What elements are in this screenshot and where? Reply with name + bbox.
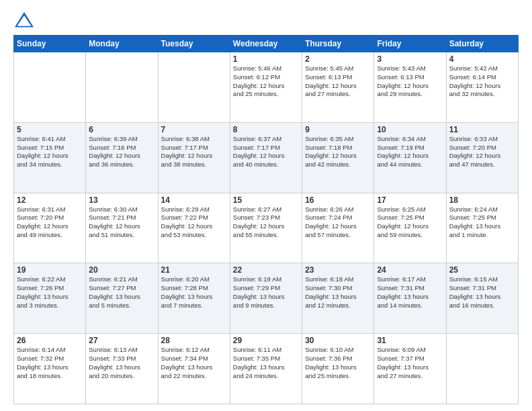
day-info: Sunrise: 6:19 AM Sunset: 7:29 PM Dayligh… xyxy=(233,275,299,310)
day-number: 6 xyxy=(89,125,154,134)
day-info: Sunrise: 5:42 AM Sunset: 6:14 PM Dayligh… xyxy=(449,64,515,99)
day-number: 13 xyxy=(89,195,154,205)
table-row: 9Sunrise: 6:35 AM Sunset: 7:18 PM Daylig… xyxy=(302,122,374,193)
day-number: 4 xyxy=(449,54,515,64)
calendar-header-row: Sunday Monday Tuesday Wednesday Thursday… xyxy=(14,36,519,52)
table-row: 14Sunrise: 6:29 AM Sunset: 7:22 PM Dayli… xyxy=(158,193,230,263)
table-row xyxy=(86,52,158,123)
calendar-week-row: 19Sunrise: 6:22 AM Sunset: 7:26 PM Dayli… xyxy=(14,263,519,334)
day-info: Sunrise: 6:13 AM Sunset: 7:33 PM Dayligh… xyxy=(89,346,154,380)
day-number: 25 xyxy=(449,265,515,275)
day-number: 14 xyxy=(161,195,227,205)
table-row: 16Sunrise: 6:26 AM Sunset: 7:24 PM Dayli… xyxy=(302,193,374,263)
table-row: 6Sunrise: 6:39 AM Sunset: 7:16 PM Daylig… xyxy=(86,122,158,193)
day-number: 21 xyxy=(161,265,227,275)
col-saturday: Saturday xyxy=(446,36,518,52)
day-info: Sunrise: 6:24 AM Sunset: 7:25 PM Dayligh… xyxy=(449,205,515,240)
calendar-table: Sunday Monday Tuesday Wednesday Thursday… xyxy=(13,35,519,404)
table-row: 3Sunrise: 5:43 AM Sunset: 6:13 PM Daylig… xyxy=(374,52,446,123)
table-row: 15Sunrise: 6:27 AM Sunset: 7:23 PM Dayli… xyxy=(230,193,302,263)
day-number: 27 xyxy=(89,336,154,345)
day-info: Sunrise: 6:30 AM Sunset: 7:21 PM Dayligh… xyxy=(89,205,154,240)
day-number: 9 xyxy=(305,125,371,134)
day-info: Sunrise: 5:45 AM Sunset: 6:13 PM Dayligh… xyxy=(305,64,371,99)
col-thursday: Thursday xyxy=(302,36,374,52)
day-number: 11 xyxy=(449,125,515,134)
calendar-week-row: 12Sunrise: 6:31 AM Sunset: 7:20 PM Dayli… xyxy=(14,193,519,263)
day-info: Sunrise: 6:12 AM Sunset: 7:34 PM Dayligh… xyxy=(161,346,227,380)
table-row: 26Sunrise: 6:14 AM Sunset: 7:32 PM Dayli… xyxy=(14,334,86,404)
table-row: 27Sunrise: 6:13 AM Sunset: 7:33 PM Dayli… xyxy=(86,334,158,404)
day-number: 31 xyxy=(377,336,443,345)
day-number: 28 xyxy=(161,336,227,345)
day-info: Sunrise: 6:26 AM Sunset: 7:24 PM Dayligh… xyxy=(305,205,371,240)
day-info: Sunrise: 6:14 AM Sunset: 7:32 PM Dayligh… xyxy=(17,346,83,380)
day-number: 24 xyxy=(377,265,443,275)
table-row: 18Sunrise: 6:24 AM Sunset: 7:25 PM Dayli… xyxy=(446,193,518,263)
day-info: Sunrise: 6:31 AM Sunset: 7:20 PM Dayligh… xyxy=(17,205,83,240)
table-row: 25Sunrise: 6:15 AM Sunset: 7:31 PM Dayli… xyxy=(446,263,518,334)
day-number: 17 xyxy=(377,195,443,205)
table-row: 1Sunrise: 5:46 AM Sunset: 6:12 PM Daylig… xyxy=(230,52,302,123)
day-info: Sunrise: 5:43 AM Sunset: 6:13 PM Dayligh… xyxy=(377,64,443,99)
table-row: 30Sunrise: 6:10 AM Sunset: 7:36 PM Dayli… xyxy=(302,334,374,404)
day-info: Sunrise: 6:18 AM Sunset: 7:30 PM Dayligh… xyxy=(305,275,371,310)
table-row: 10Sunrise: 6:34 AM Sunset: 7:19 PM Dayli… xyxy=(374,122,446,193)
day-number: 19 xyxy=(17,265,83,275)
day-info: Sunrise: 6:10 AM Sunset: 7:36 PM Dayligh… xyxy=(305,346,371,380)
day-number: 15 xyxy=(233,195,299,205)
col-wednesday: Wednesday xyxy=(230,36,302,52)
day-info: Sunrise: 6:41 AM Sunset: 7:15 PM Dayligh… xyxy=(17,135,83,169)
col-friday: Friday xyxy=(374,36,446,52)
day-info: Sunrise: 6:15 AM Sunset: 7:31 PM Dayligh… xyxy=(449,275,515,310)
day-info: Sunrise: 6:25 AM Sunset: 7:25 PM Dayligh… xyxy=(377,205,443,240)
day-number: 12 xyxy=(17,195,83,205)
day-info: Sunrise: 6:34 AM Sunset: 7:19 PM Dayligh… xyxy=(377,135,443,169)
table-row: 23Sunrise: 6:18 AM Sunset: 7:30 PM Dayli… xyxy=(302,263,374,334)
calendar-week-row: 1Sunrise: 5:46 AM Sunset: 6:12 PM Daylig… xyxy=(14,52,519,123)
table-row: 2Sunrise: 5:45 AM Sunset: 6:13 PM Daylig… xyxy=(302,52,374,123)
table-row: 11Sunrise: 6:33 AM Sunset: 7:20 PM Dayli… xyxy=(446,122,518,193)
day-number: 10 xyxy=(377,125,443,134)
col-tuesday: Tuesday xyxy=(158,36,230,52)
table-row: 17Sunrise: 6:25 AM Sunset: 7:25 PM Dayli… xyxy=(374,193,446,263)
logo xyxy=(13,11,38,30)
table-row: 20Sunrise: 6:21 AM Sunset: 7:27 PM Dayli… xyxy=(86,263,158,334)
day-number: 18 xyxy=(449,195,515,205)
logo-icon xyxy=(13,11,35,30)
day-number: 22 xyxy=(233,265,299,275)
day-info: Sunrise: 6:11 AM Sunset: 7:35 PM Dayligh… xyxy=(233,346,299,380)
page: Sunday Monday Tuesday Wednesday Thursday… xyxy=(0,0,532,411)
table-row: 13Sunrise: 6:30 AM Sunset: 7:21 PM Dayli… xyxy=(86,193,158,263)
calendar-week-row: 5Sunrise: 6:41 AM Sunset: 7:15 PM Daylig… xyxy=(14,122,519,193)
day-info: Sunrise: 6:37 AM Sunset: 7:17 PM Dayligh… xyxy=(233,135,299,169)
day-number: 3 xyxy=(377,54,443,64)
day-number: 30 xyxy=(305,336,371,345)
table-row: 19Sunrise: 6:22 AM Sunset: 7:26 PM Dayli… xyxy=(14,263,86,334)
table-row: 21Sunrise: 6:20 AM Sunset: 7:28 PM Dayli… xyxy=(158,263,230,334)
table-row: 24Sunrise: 6:17 AM Sunset: 7:31 PM Dayli… xyxy=(374,263,446,334)
day-number: 1 xyxy=(233,54,299,64)
day-info: Sunrise: 6:22 AM Sunset: 7:26 PM Dayligh… xyxy=(17,275,83,310)
col-sunday: Sunday xyxy=(14,36,86,52)
day-info: Sunrise: 5:46 AM Sunset: 6:12 PM Dayligh… xyxy=(233,64,299,99)
table-row xyxy=(158,52,230,123)
table-row: 7Sunrise: 6:38 AM Sunset: 7:17 PM Daylig… xyxy=(158,122,230,193)
day-number: 23 xyxy=(305,265,371,275)
table-row: 4Sunrise: 5:42 AM Sunset: 6:14 PM Daylig… xyxy=(446,52,518,123)
day-number: 5 xyxy=(17,125,83,134)
day-number: 7 xyxy=(161,125,227,134)
table-row: 29Sunrise: 6:11 AM Sunset: 7:35 PM Dayli… xyxy=(230,334,302,404)
table-row: 5Sunrise: 6:41 AM Sunset: 7:15 PM Daylig… xyxy=(14,122,86,193)
table-row: 22Sunrise: 6:19 AM Sunset: 7:29 PM Dayli… xyxy=(230,263,302,334)
day-info: Sunrise: 6:09 AM Sunset: 7:37 PM Dayligh… xyxy=(377,346,443,380)
day-info: Sunrise: 6:38 AM Sunset: 7:17 PM Dayligh… xyxy=(161,135,227,169)
day-info: Sunrise: 6:27 AM Sunset: 7:23 PM Dayligh… xyxy=(233,205,299,240)
table-row xyxy=(14,52,86,123)
day-info: Sunrise: 6:20 AM Sunset: 7:28 PM Dayligh… xyxy=(161,275,227,310)
day-info: Sunrise: 6:29 AM Sunset: 7:22 PM Dayligh… xyxy=(161,205,227,240)
table-row: 8Sunrise: 6:37 AM Sunset: 7:17 PM Daylig… xyxy=(230,122,302,193)
day-info: Sunrise: 6:21 AM Sunset: 7:27 PM Dayligh… xyxy=(89,275,154,310)
table-row: 12Sunrise: 6:31 AM Sunset: 7:20 PM Dayli… xyxy=(14,193,86,263)
day-info: Sunrise: 6:35 AM Sunset: 7:18 PM Dayligh… xyxy=(305,135,371,169)
